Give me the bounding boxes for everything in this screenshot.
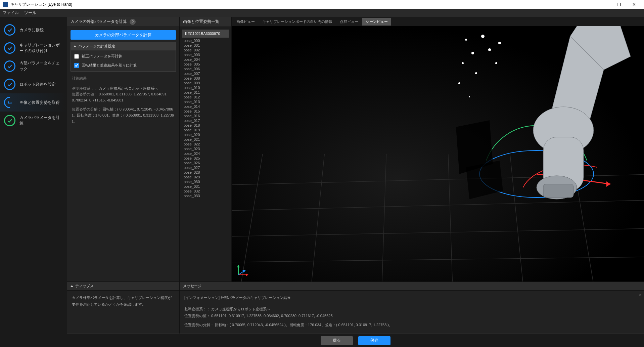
step-check-icon — [4, 24, 15, 36]
pose-item[interactable]: pose_020 — [182, 132, 229, 137]
pose-item[interactable]: pose_010 — [182, 85, 229, 90]
pose-item[interactable]: pose_018 — [182, 123, 229, 128]
pose-item[interactable]: pose_025 — [182, 156, 229, 161]
triangle-up-icon — [71, 285, 73, 287]
svg-marker-31 — [246, 273, 248, 276]
triangle-up-icon — [74, 45, 76, 47]
steps-sidebar: カメラに接続キャリブレーションボードの取り付け内部パラメータをチェックロボット経… — [0, 17, 67, 347]
results-base-value: カメラ座標系からロボット座標系へ — [99, 86, 158, 90]
step-4[interactable]: 画像と位置姿勢を取得 — [0, 93, 67, 112]
robot-model — [443, 26, 644, 234]
pose-item[interactable]: pose_017 — [182, 118, 229, 123]
parameter-panel-title: カメラの外部パラメータを計算 — [71, 19, 127, 25]
svg-marker-29 — [237, 265, 240, 267]
pose-item[interactable]: pose_012 — [182, 95, 229, 99]
tab-cloud-view[interactable]: 点群ビュー — [336, 18, 362, 26]
pose-group-header[interactable]: KEC1021BA3000970 — [182, 30, 229, 38]
pose-item[interactable]: pose_003 — [182, 52, 229, 57]
msg-pose-value: 0.651191, 0.310917, 1.227535, 0.034602, … — [211, 314, 333, 318]
pose-item[interactable]: pose_002 — [182, 48, 229, 52]
pose-item[interactable]: pose_009 — [182, 81, 229, 85]
pose-list-title: 画像と位置姿勢一覧 — [180, 17, 231, 27]
pose-item[interactable]: pose_014 — [182, 104, 229, 109]
pose-item[interactable]: pose_006 — [182, 67, 229, 71]
svg-point-20 — [462, 62, 464, 64]
message-close-icon[interactable]: × — [639, 293, 641, 298]
menu-file[interactable]: ファイル — [3, 10, 19, 16]
pose-item[interactable]: pose_023 — [182, 146, 229, 151]
menu-bar: ファイル ツール — [0, 9, 644, 17]
svg-point-23 — [475, 72, 477, 74]
pose-item[interactable]: pose_013 — [182, 99, 229, 104]
tab-image-view[interactable]: 画像ビュー — [233, 18, 258, 26]
pose-item[interactable]: pose_031 — [182, 184, 229, 189]
tips-body: カメラ外部パラメータを計算し、キャリブレーション精度が要件を満たしているかどうか… — [67, 291, 179, 334]
checkbox-separate-rot-trans[interactable]: 回転結果と並進結果を別々に計算 — [74, 63, 172, 68]
pose-item[interactable]: pose_021 — [182, 137, 229, 142]
svg-line-6 — [309, 154, 324, 281]
scene-3d-viewport[interactable] — [232, 26, 644, 281]
step-check-icon — [4, 79, 15, 90]
svg-marker-13 — [606, 181, 610, 187]
pose-item[interactable]: pose_019 — [182, 128, 229, 132]
menu-tools[interactable]: ツール — [24, 10, 36, 16]
pose-item[interactable]: pose_027 — [182, 165, 229, 170]
tips-panel: ティップス カメラ外部パラメータを計算し、キャリブレーション精度が要件を満たして… — [67, 282, 180, 334]
step-label: カメラパラメータを計算 — [19, 115, 63, 126]
step-3[interactable]: ロボット経路を設定 — [0, 75, 67, 93]
pose-item[interactable]: pose_011 — [182, 90, 229, 95]
step-label: カメラに接続 — [19, 27, 44, 33]
pose-item[interactable]: pose_005 — [182, 62, 229, 67]
save-button[interactable]: 保存 — [358, 336, 390, 345]
help-icon[interactable]: ? — [130, 19, 136, 25]
svg-point-21 — [481, 35, 485, 38]
pose-item[interactable]: pose_032 — [182, 189, 229, 193]
tab-scene-view[interactable]: シーンビュー — [362, 18, 391, 26]
results-decomp-label: 位置姿勢の分解： — [72, 107, 101, 111]
pose-item[interactable]: pose_033 — [182, 193, 229, 198]
msg-decomp-label: 位置姿勢の分解： — [184, 323, 214, 327]
collapse-label: パラメータの計算設定 — [78, 44, 115, 49]
step-2[interactable]: 内部パラメータをチェック — [0, 57, 67, 75]
pose-item[interactable]: pose_007 — [182, 71, 229, 76]
step-label: キャリブレーションボードの取り付け — [19, 42, 63, 54]
pose-item[interactable]: pose_030 — [182, 179, 229, 184]
checkbox-recalc-correction[interactable]: 補正パラメータを再計算 — [74, 54, 172, 59]
pose-list-panel: 画像と位置姿勢一覧 KEC1021BA3000970 pose_000pose_… — [180, 17, 232, 281]
svg-point-22 — [488, 48, 491, 51]
svg-line-5 — [237, 154, 263, 281]
view-tabs: 画像ビュー キャリブレーションボードの白い円の情報 点群ビュー シーンビュー — [232, 17, 644, 26]
window-title: キャリブレーション (Eye to Hand) — [10, 2, 72, 7]
svg-point-18 — [465, 39, 467, 41]
pose-item[interactable]: pose_029 — [182, 175, 229, 179]
step-label: 内部パラメータをチェック — [19, 60, 63, 72]
svg-line-3 — [232, 257, 644, 262]
minimize-button[interactable]: — — [597, 0, 612, 9]
step-5[interactable]: カメラパラメータを計算 — [0, 112, 67, 130]
step-0[interactable]: カメラに接続 — [0, 21, 67, 39]
pose-item[interactable]: pose_026 — [182, 161, 229, 165]
maximize-button[interactable]: ❐ — [612, 0, 627, 9]
svg-point-25 — [469, 96, 470, 97]
collapse-header-param-calc[interactable]: パラメータの計算設定 — [71, 42, 176, 50]
results-heading: 計算結果 — [72, 76, 175, 82]
step-label: ロボット経路を設定 — [19, 82, 56, 87]
pose-item[interactable]: pose_028 — [182, 170, 229, 175]
message-body: [インフォメーション] 外部パラメータのキャリブレーション結果 基準座標系：： … — [180, 291, 644, 334]
results-base-label: 基準座標系：： — [72, 86, 98, 90]
close-button[interactable]: ✕ — [627, 0, 641, 9]
tab-circle-info[interactable]: キャリブレーションボードの白い円の情報 — [259, 18, 336, 26]
pose-item[interactable]: pose_000 — [182, 38, 229, 43]
pose-item[interactable]: pose_004 — [182, 57, 229, 62]
pose-item[interactable]: pose_022 — [182, 142, 229, 146]
back-button[interactable]: 戻る — [321, 336, 353, 345]
tips-heading: ティップス — [75, 284, 94, 289]
pose-item[interactable]: pose_015 — [182, 109, 229, 114]
pose-item[interactable]: pose_024 — [182, 151, 229, 156]
param-calc-body: 補正パラメータを再計算 回転結果と並進結果を別々に計算 — [71, 50, 176, 72]
pose-item[interactable]: pose_001 — [182, 43, 229, 48]
compute-extrinsic-button[interactable]: カメラの外部パラメータを計算 — [71, 30, 176, 40]
step-1[interactable]: キャリブレーションボードの取り付け — [0, 39, 67, 57]
pose-item[interactable]: pose_008 — [182, 76, 229, 81]
pose-item[interactable]: pose_016 — [182, 114, 229, 118]
